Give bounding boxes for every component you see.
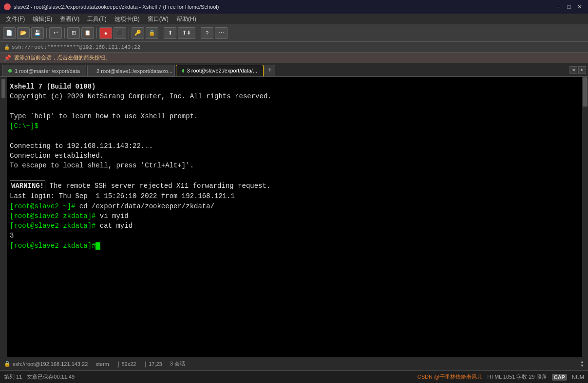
tb-sep3	[96, 28, 97, 38]
tab-3-label: 3 root@slave2:/export/data/...	[187, 68, 257, 73]
tab-1-dot	[8, 69, 12, 73]
menu-tools[interactable]: 工具(T)	[83, 14, 110, 24]
term-text-14: vi myid	[95, 212, 128, 220]
tb-stop[interactable]: ⬛	[114, 27, 126, 39]
num-label: NUM	[572, 374, 584, 380]
scroll-arrows[interactable]: ▲ ▼	[580, 360, 584, 368]
term-line-3	[10, 102, 580, 111]
tb-back[interactable]: ↩	[49, 27, 62, 39]
notification-bar: 📌 要添加当前会话，点击左侧的箭头按钮。	[0, 53, 588, 63]
html-label: HTML 1051 字数 29 段落	[487, 373, 547, 381]
term-line-4: Type `help' to learn how to use Xshell p…	[10, 111, 580, 121]
tab-add-button[interactable]: +	[265, 65, 275, 75]
tabs-nav: ◀ ▶	[569, 66, 586, 74]
sessions-status: 3 会话	[170, 360, 185, 367]
tb-help[interactable]: ?	[201, 27, 213, 39]
tb-sep5	[161, 28, 161, 38]
close-button[interactable]: ✕	[575, 2, 584, 11]
term-text-13: cd /export/data/zookeeper/zkdata/	[75, 202, 214, 210]
tab-2[interactable]: 2 root@slave1:/export/data/zo...	[87, 65, 175, 76]
status-bar: 🔒 ssh://root@192.168.121.143:22 xterm ⌡ …	[0, 357, 588, 370]
lock-icon: 🔒	[4, 44, 10, 50]
term-line-17: [root@slave2 zkdata]#	[10, 241, 580, 251]
term-text-15: cat myid	[95, 222, 133, 230]
tb-transfer1[interactable]: ⬆	[164, 27, 176, 39]
cap-badge: CAP	[552, 374, 567, 381]
ssh-address: ssh://root:**********@192.168.121.143:22	[12, 44, 140, 50]
term-line-1: Xshell 7 (Build 0108)	[10, 82, 580, 91]
window-controls: ─ □ ✕	[554, 2, 584, 11]
menu-file[interactable]: 文件(F)	[2, 14, 29, 24]
tabs-prev-button[interactable]: ◀	[569, 66, 577, 74]
term-line-12: Last login: Thu Sep 1 15:26:10 2022 from…	[10, 191, 580, 201]
ssh-status: 🔒 ssh://root@192.168.121.143:22	[4, 361, 88, 367]
term-line-15: [root@slave2 zkdata]# cat myid	[10, 221, 580, 231]
term-line-13: [root@slave2 ~]# cd /export/data/zookeep…	[10, 201, 580, 211]
col-label: 第列 11	[4, 373, 22, 381]
menu-tabs[interactable]: 选项卡(B)	[111, 14, 144, 24]
window-title: slave2 - root@slave2:/export/data/zookee…	[14, 4, 219, 10]
term-line-6	[10, 131, 580, 141]
term-text-16: 3	[10, 232, 14, 239]
term-prompt-3: [root@slave2 zkdata]#	[10, 212, 95, 220]
term-text-1: Xshell 7 (Build 0108)	[10, 83, 95, 91]
scrollbar[interactable]	[582, 77, 588, 357]
tb-sep1	[46, 28, 47, 38]
tab-3-dot	[182, 69, 184, 73]
tabs-next-button[interactable]: ▶	[578, 66, 586, 74]
terminal[interactable]: Xshell 7 (Build 0108) Copyright (c) 2020…	[0, 77, 588, 357]
tb-paste[interactable]: 📋	[81, 27, 94, 39]
bottom-bar: 第列 11 文章已保存00:11:49 CSDN @千里林锋给老风儿 HTML …	[0, 370, 588, 383]
term-line-7: Connecting to 192.168.121.143:22...	[10, 141, 580, 151]
save-status: 文章已保存00:11:49	[27, 373, 75, 381]
tb-connect[interactable]: ●	[99, 27, 112, 39]
warning-label: WARNING!	[10, 181, 45, 191]
term-text-12: Last login: Thu Sep 1 15:26:10 2022 from…	[10, 192, 235, 200]
tb-copy[interactable]: ⊞	[67, 27, 80, 39]
term-line-9: To escape to local shell, press 'Ctrl+Al…	[10, 161, 580, 170]
notif-icon: 📌	[4, 55, 11, 61]
menu-window[interactable]: 窗口(W)	[144, 14, 172, 24]
tb-sep6	[198, 28, 198, 38]
tab-1[interactable]: 1 root@master:/export/data	[2, 65, 86, 76]
tab-3-active[interactable]: 3 root@slave2:/export/data/...	[176, 65, 264, 76]
tb-sep4	[129, 28, 129, 38]
ssh-status-text: ssh://root@192.168.121.143:22	[13, 361, 88, 367]
tb-key[interactable]: 🔑	[132, 27, 144, 39]
tb-open[interactable]: 📂	[17, 27, 30, 39]
maximize-button[interactable]: □	[565, 2, 573, 11]
menu-help[interactable]: 帮助(H)	[172, 14, 200, 24]
term-line-16: 3	[10, 231, 580, 240]
position-status: ⌡ 17,23	[144, 361, 162, 367]
minimize-button[interactable]: ─	[554, 2, 563, 11]
scroll-down-arrow[interactable]: ▼	[580, 364, 584, 368]
tb-lock[interactable]: 🔒	[146, 27, 158, 39]
title-bar: slave2 - root@slave2:/export/data/zookee…	[0, 0, 588, 14]
term-prompt-1: [C:\~]$	[10, 122, 38, 130]
tb-more[interactable]: ⋯	[215, 27, 228, 39]
tb-new[interactable]: 📄	[3, 27, 16, 39]
sidebar-indicator	[1, 79, 5, 98]
tab-1-label: 1 root@master:/export/data	[15, 68, 80, 74]
address-bar: 🔒 ssh://root:**********@192.168.121.143:…	[0, 42, 588, 53]
tb-transfer2[interactable]: ⬆⬇	[178, 27, 195, 39]
sessions-text: 3 会话	[170, 360, 185, 367]
tb-save[interactable]: 💾	[31, 27, 44, 39]
cursor-block	[95, 242, 100, 250]
term-line-14: [root@slave2 zkdata]# vi myid	[10, 211, 580, 221]
notif-text: 要添加当前会话，点击左侧的箭头按钮。	[14, 54, 111, 61]
dimensions-text: ⌡ 89x22	[117, 361, 136, 367]
term-prompt-2: [root@slave2 ~]#	[10, 202, 75, 210]
toolbar: 📄 📂 💾 ↩ ⊞ 📋 ● ⬛ 🔑 🔒 ⬆ ⬆⬇ ? ⋯	[0, 24, 588, 42]
term-line-10	[10, 171, 580, 181]
term-text-2: Copyright (c) 2020 NetSarang Computer, I…	[10, 92, 272, 100]
scroll-thumb[interactable]	[583, 77, 588, 107]
term-line-8: Connection established.	[10, 151, 580, 161]
encoding-status: xterm	[95, 361, 109, 367]
menu-edit[interactable]: 编辑(E)	[29, 14, 56, 24]
term-line-11: WARNING! The remote SSH server rejected …	[10, 181, 580, 191]
term-line-2: Copyright (c) 2020 NetSarang Computer, I…	[10, 91, 580, 101]
csdn-label: CSDN @千里林锋给老风儿	[417, 373, 482, 381]
menu-view[interactable]: 查看(V)	[56, 14, 83, 24]
status-right: ▲ ▼	[580, 360, 584, 368]
